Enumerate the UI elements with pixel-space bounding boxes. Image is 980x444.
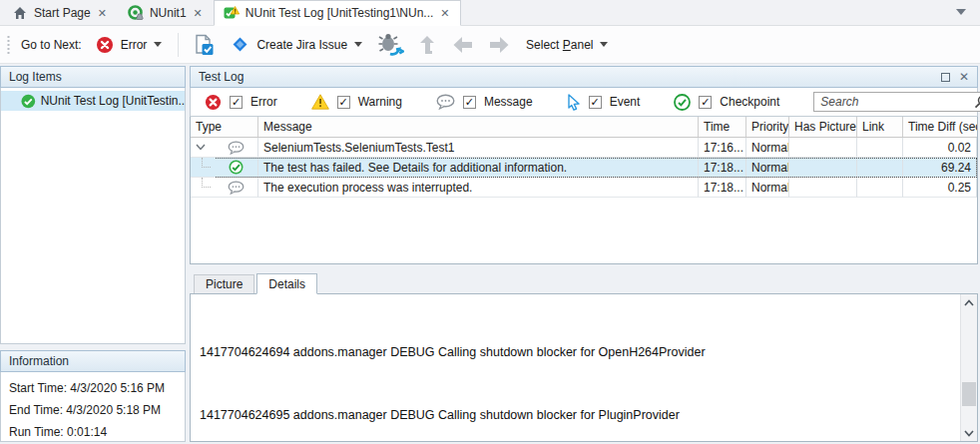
scrollbar-thumb[interactable] xyxy=(962,382,976,406)
filter-event: ✓ Event xyxy=(567,94,641,111)
information-title: Information xyxy=(9,354,177,368)
details-log-text: 1417704624694 addons.manager DEBUG Calli… xyxy=(191,294,960,441)
cell-message: The test has failed. See Details for add… xyxy=(258,158,699,178)
cell-has-picture xyxy=(789,138,857,158)
post-bug-button[interactable] xyxy=(374,30,408,60)
export-log-button[interactable] xyxy=(189,31,219,59)
search-icon[interactable] xyxy=(974,95,980,109)
filter-checkpoint-checkbox[interactable]: ✓ xyxy=(699,96,712,109)
scroll-down-icon[interactable] xyxy=(961,424,977,441)
filter-bar: ✓ Error ✓ Warning xyxy=(190,88,978,117)
tree-item-nunit-test-log[interactable]: NUnit Test Log [UnitTestin... xyxy=(1,91,185,111)
details-scrollbar[interactable] xyxy=(960,294,977,441)
search-input[interactable] xyxy=(820,95,974,109)
go-back-button[interactable] xyxy=(448,32,478,58)
filter-warning: ✓ Warning xyxy=(311,94,402,110)
column-header-time[interactable]: Time xyxy=(699,117,746,137)
event-cursor-icon xyxy=(567,94,581,111)
cell-message: SeleniumTests.SeleniumTests.Test1 xyxy=(258,138,699,158)
filter-message-checkbox[interactable]: ✓ xyxy=(463,96,476,109)
test-log-status-icon xyxy=(224,5,240,21)
message-bubble-icon xyxy=(228,141,245,155)
filter-error-checkbox[interactable]: ✓ xyxy=(230,96,243,109)
right-arrow-icon xyxy=(488,35,510,55)
checkpoint-icon xyxy=(229,160,244,175)
column-header-link[interactable]: Link xyxy=(857,117,903,137)
log-items-title: Log Items xyxy=(9,70,177,84)
tab-list-dropdown-icon[interactable] xyxy=(956,9,966,15)
filter-checkpoint-label: Checkpoint xyxy=(720,95,779,109)
error-icon xyxy=(96,36,114,54)
tab-picture[interactable]: Picture xyxy=(194,274,254,293)
cell-link xyxy=(857,138,903,158)
left-arrow-icon xyxy=(452,35,474,55)
filter-message-label: Message xyxy=(484,95,533,109)
column-header-message[interactable]: Message xyxy=(258,117,699,137)
left-sidebar: Log Items NUnit Test Log [UnitTestin... … xyxy=(0,66,186,442)
jira-icon xyxy=(231,35,249,54)
column-header-has-picture[interactable]: Has Picture xyxy=(789,117,857,137)
log-row-execution-interrupted[interactable]: The execution process was interrupted. 1… xyxy=(191,178,977,198)
home-icon xyxy=(12,5,28,21)
table-empty-area xyxy=(191,198,977,263)
cell-time: 17:18... xyxy=(699,178,746,198)
cell-has-picture xyxy=(789,178,857,198)
create-jira-issue-button[interactable]: Create Jira Issue xyxy=(225,32,368,57)
test-log-panel: Test Log ✕ ✓ Error xyxy=(190,66,978,442)
filter-error: ✓ Error xyxy=(205,94,277,111)
chevron-down-icon xyxy=(154,42,162,47)
chevron-down-icon xyxy=(600,42,608,47)
cell-link xyxy=(857,178,903,198)
filter-message: ✓ Message xyxy=(436,94,533,110)
error-icon xyxy=(205,94,222,111)
goto-next-error-button[interactable]: Error xyxy=(90,33,169,57)
tab-label: Start Page xyxy=(34,6,91,20)
log-table: Type Message Time Priority Has Picture L… xyxy=(190,117,978,264)
cell-link xyxy=(857,158,903,178)
maximize-panel-icon[interactable] xyxy=(941,73,950,82)
cell-message: The execution process was interrupted. xyxy=(258,178,699,198)
log-items-panel-header: Log Items xyxy=(0,66,186,88)
filter-error-label: Error xyxy=(250,95,277,109)
log-row-test-failed[interactable]: The test has failed. See Details for add… xyxy=(191,158,977,178)
column-header-priority[interactable]: Priority xyxy=(746,117,789,137)
information-panel-header: Information xyxy=(0,350,186,372)
tab-start-page[interactable]: Start Page ✕ xyxy=(2,1,118,25)
log-row-test1[interactable]: SeleniumTests.SeleniumTests.Test1 17:16.… xyxy=(191,138,977,158)
tab-details[interactable]: Details xyxy=(256,273,317,294)
tab-close-icon[interactable]: ✕ xyxy=(439,7,450,20)
panel-splitter[interactable] xyxy=(190,264,978,272)
tab-close-icon[interactable]: ✕ xyxy=(193,7,204,20)
goto-next-error-label: Error xyxy=(121,38,148,52)
cell-priority: Normal xyxy=(746,178,789,198)
expand-chevron-icon[interactable] xyxy=(196,144,206,151)
tree-branch-line xyxy=(202,158,211,168)
log-items-panel: Log Items NUnit Test Log [UnitTestin... xyxy=(0,66,186,344)
document-tab-bar: Start Page ✕ NUnit1 ✕ NUnit Test Log [Un… xyxy=(0,0,980,26)
cell-time-diff: 0.25 xyxy=(903,178,977,198)
select-panel-button[interactable]: Select Panel xyxy=(520,35,614,55)
tab-nunit-test-log[interactable]: NUnit Test Log [UnitTesting1\NUn... ✕ xyxy=(214,0,461,26)
select-panel-label: Select Panel xyxy=(526,38,593,52)
tab-label: NUnit Test Log [UnitTesting1\NUn... xyxy=(245,6,434,20)
toolbar-separator xyxy=(178,33,179,57)
toolbar-grip-handle[interactable] xyxy=(6,34,11,56)
test-log-title: Test Log xyxy=(199,70,941,84)
filter-warning-checkbox[interactable]: ✓ xyxy=(337,96,350,109)
tab-close-icon[interactable]: ✕ xyxy=(97,7,108,20)
test-log-panel-header: Test Log ✕ xyxy=(190,66,978,88)
cell-time: 17:18... xyxy=(699,158,746,178)
scroll-up-icon[interactable] xyxy=(961,294,977,311)
checkpoint-icon xyxy=(21,94,36,109)
close-panel-icon[interactable]: ✕ xyxy=(959,71,969,83)
goto-next-label: Go to Next: xyxy=(19,38,84,52)
log-items-tree: NUnit Test Log [UnitTestin... xyxy=(0,88,186,344)
tab-nunit1[interactable]: NUnit1 ✕ xyxy=(118,1,214,25)
filter-warning-label: Warning xyxy=(358,95,402,109)
column-header-type[interactable]: Type xyxy=(191,117,258,137)
filter-event-checkbox[interactable]: ✓ xyxy=(589,96,602,109)
column-header-time-diff[interactable]: Time Diff (sec) xyxy=(903,117,977,137)
go-parent-button[interactable] xyxy=(414,31,442,59)
tab-label: NUnit1 xyxy=(150,6,187,20)
go-forward-button[interactable] xyxy=(484,32,514,58)
